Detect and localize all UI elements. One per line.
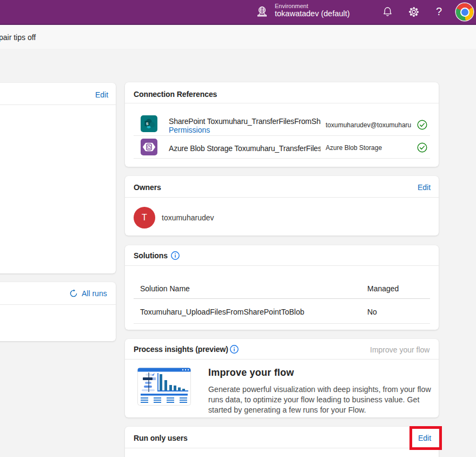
svg-text:s: s [146,121,149,126]
